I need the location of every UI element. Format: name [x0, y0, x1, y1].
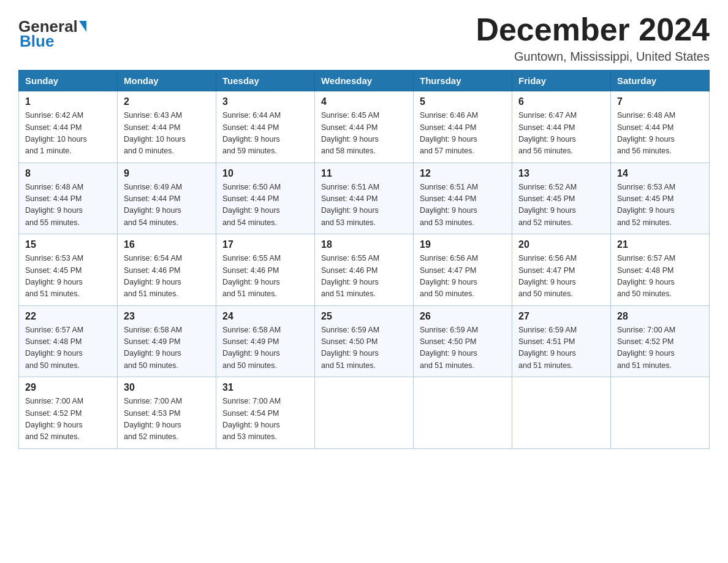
day-number: 4 [321, 96, 407, 107]
calendar-cell: 29Sunrise: 7:00 AMSunset: 4:52 PMDayligh… [19, 377, 118, 449]
day-info: Sunrise: 6:50 AMSunset: 4:44 PMDaylight:… [222, 182, 308, 229]
calendar-cell: 26Sunrise: 6:59 AMSunset: 4:50 PMDayligh… [414, 305, 512, 377]
day-info: Sunrise: 7:00 AMSunset: 4:52 PMDaylight:… [25, 396, 111, 443]
day-info: Sunrise: 6:49 AMSunset: 4:44 PMDaylight:… [124, 182, 210, 229]
day-info: Sunrise: 6:56 AMSunset: 4:47 PMDaylight:… [518, 253, 604, 301]
calendar-cell: 5Sunrise: 6:46 AMSunset: 4:44 PMDaylight… [414, 91, 512, 163]
day-number: 11 [321, 168, 407, 179]
calendar-cell: 14Sunrise: 6:53 AMSunset: 4:45 PMDayligh… [611, 163, 710, 234]
col-header-wednesday: Wednesday [315, 71, 414, 91]
day-info: Sunrise: 6:44 AMSunset: 4:44 PMDaylight:… [222, 110, 308, 158]
day-info: Sunrise: 6:58 AMSunset: 4:49 PMDaylight:… [222, 324, 308, 372]
day-number: 17 [222, 239, 308, 250]
day-number: 13 [518, 168, 604, 179]
calendar-cell: 18Sunrise: 6:55 AMSunset: 4:46 PMDayligh… [315, 234, 414, 306]
day-number: 31 [222, 382, 308, 393]
day-info: Sunrise: 6:54 AMSunset: 4:46 PMDaylight:… [124, 253, 210, 301]
day-number: 21 [617, 239, 703, 250]
col-header-sunday: Sunday [19, 71, 118, 91]
day-number: 19 [420, 239, 506, 250]
calendar-week-row-3: 15Sunrise: 6:53 AMSunset: 4:45 PMDayligh… [19, 234, 710, 306]
day-number: 16 [124, 239, 210, 250]
day-info: Sunrise: 6:46 AMSunset: 4:44 PMDaylight:… [420, 110, 506, 158]
day-number: 14 [617, 168, 703, 179]
day-number: 5 [420, 96, 506, 107]
day-info: Sunrise: 6:55 AMSunset: 4:46 PMDaylight:… [222, 253, 308, 301]
logo-triangle-icon [79, 21, 86, 32]
calendar-cell: 1Sunrise: 6:42 AMSunset: 4:44 PMDaylight… [19, 91, 118, 163]
calendar-week-row-2: 8Sunrise: 6:48 AMSunset: 4:44 PMDaylight… [19, 163, 710, 234]
col-header-thursday: Thursday [414, 71, 512, 91]
calendar-cell [611, 377, 710, 449]
day-info: Sunrise: 6:56 AMSunset: 4:47 PMDaylight:… [420, 253, 506, 301]
day-number: 3 [222, 96, 308, 107]
calendar-cell: 22Sunrise: 6:57 AMSunset: 4:48 PMDayligh… [19, 305, 118, 377]
day-number: 29 [25, 382, 111, 393]
calendar-cell: 28Sunrise: 7:00 AMSunset: 4:52 PMDayligh… [611, 305, 710, 377]
day-number: 26 [420, 311, 506, 322]
day-info: Sunrise: 6:55 AMSunset: 4:46 PMDaylight:… [321, 253, 407, 301]
calendar-week-row-1: 1Sunrise: 6:42 AMSunset: 4:44 PMDaylight… [19, 91, 710, 163]
calendar-cell: 16Sunrise: 6:54 AMSunset: 4:46 PMDayligh… [118, 234, 216, 306]
day-info: Sunrise: 7:00 AMSunset: 4:52 PMDaylight:… [617, 324, 703, 372]
calendar-cell: 12Sunrise: 6:51 AMSunset: 4:44 PMDayligh… [414, 163, 512, 234]
day-info: Sunrise: 6:51 AMSunset: 4:44 PMDaylight:… [420, 182, 506, 229]
calendar-cell: 10Sunrise: 6:50 AMSunset: 4:44 PMDayligh… [216, 163, 315, 234]
calendar-cell: 20Sunrise: 6:56 AMSunset: 4:47 PMDayligh… [512, 234, 611, 306]
day-number: 27 [518, 311, 604, 322]
calendar-cell: 8Sunrise: 6:48 AMSunset: 4:44 PMDaylight… [19, 163, 118, 234]
day-number: 30 [124, 382, 210, 393]
day-number: 8 [25, 168, 111, 179]
day-number: 24 [222, 311, 308, 322]
calendar-cell: 11Sunrise: 6:51 AMSunset: 4:44 PMDayligh… [315, 163, 414, 234]
day-number: 9 [124, 168, 210, 179]
day-info: Sunrise: 6:43 AMSunset: 4:44 PMDaylight:… [124, 110, 210, 158]
day-number: 20 [518, 239, 604, 250]
day-info: Sunrise: 6:57 AMSunset: 4:48 PMDaylight:… [617, 253, 703, 301]
calendar-week-row-5: 29Sunrise: 7:00 AMSunset: 4:52 PMDayligh… [19, 377, 710, 449]
day-info: Sunrise: 6:53 AMSunset: 4:45 PMDaylight:… [25, 253, 111, 301]
calendar-table: Sunday Monday Tuesday Wednesday Thursday… [18, 70, 710, 449]
day-number: 2 [124, 96, 210, 107]
day-number: 6 [518, 96, 604, 107]
calendar-cell [414, 377, 512, 449]
calendar-cell: 31Sunrise: 7:00 AMSunset: 4:54 PMDayligh… [216, 377, 315, 449]
day-info: Sunrise: 6:47 AMSunset: 4:44 PMDaylight:… [518, 110, 604, 158]
day-number: 15 [25, 239, 111, 250]
calendar-cell: 15Sunrise: 6:53 AMSunset: 4:45 PMDayligh… [19, 234, 118, 306]
calendar-cell [512, 377, 611, 449]
calendar-cell: 9Sunrise: 6:49 AMSunset: 4:44 PMDaylight… [118, 163, 216, 234]
calendar-cell: 13Sunrise: 6:52 AMSunset: 4:45 PMDayligh… [512, 163, 611, 234]
calendar-cell: 24Sunrise: 6:58 AMSunset: 4:49 PMDayligh… [216, 305, 315, 377]
day-info: Sunrise: 6:59 AMSunset: 4:50 PMDaylight:… [420, 324, 506, 372]
day-number: 28 [617, 311, 703, 322]
day-info: Sunrise: 6:59 AMSunset: 4:50 PMDaylight:… [321, 324, 407, 372]
logo: General Blue [18, 18, 88, 51]
day-number: 22 [25, 311, 111, 322]
day-number: 18 [321, 239, 407, 250]
calendar-cell: 27Sunrise: 6:59 AMSunset: 4:51 PMDayligh… [512, 305, 611, 377]
calendar-cell: 3Sunrise: 6:44 AMSunset: 4:44 PMDaylight… [216, 91, 315, 163]
col-header-monday: Monday [118, 71, 216, 91]
day-info: Sunrise: 6:42 AMSunset: 4:44 PMDaylight:… [25, 110, 111, 158]
day-number: 12 [420, 168, 506, 179]
day-info: Sunrise: 6:53 AMSunset: 4:45 PMDaylight:… [617, 182, 703, 229]
day-info: Sunrise: 6:48 AMSunset: 4:44 PMDaylight:… [25, 182, 111, 229]
day-number: 1 [25, 96, 111, 107]
page-header: General Blue December 2024 Guntown, Miss… [18, 12, 710, 64]
calendar-cell: 4Sunrise: 6:45 AMSunset: 4:44 PMDaylight… [315, 91, 414, 163]
day-info: Sunrise: 6:59 AMSunset: 4:51 PMDaylight:… [518, 324, 604, 372]
day-number: 10 [222, 168, 308, 179]
day-info: Sunrise: 6:45 AMSunset: 4:44 PMDaylight:… [321, 110, 407, 158]
day-number: 7 [617, 96, 703, 107]
calendar-cell: 2Sunrise: 6:43 AMSunset: 4:44 PMDaylight… [118, 91, 216, 163]
title-section: December 2024 Guntown, Mississippi, Unit… [476, 12, 710, 64]
calendar-week-row-4: 22Sunrise: 6:57 AMSunset: 4:48 PMDayligh… [19, 305, 710, 377]
day-info: Sunrise: 7:00 AMSunset: 4:53 PMDaylight:… [124, 396, 210, 443]
calendar-cell: 23Sunrise: 6:58 AMSunset: 4:49 PMDayligh… [118, 305, 216, 377]
location-text: Guntown, Mississippi, United States [476, 50, 710, 64]
calendar-header-row: Sunday Monday Tuesday Wednesday Thursday… [19, 71, 710, 91]
month-title: December 2024 [476, 12, 710, 47]
calendar-cell: 6Sunrise: 6:47 AMSunset: 4:44 PMDaylight… [512, 91, 611, 163]
day-info: Sunrise: 6:58 AMSunset: 4:49 PMDaylight:… [124, 324, 210, 372]
